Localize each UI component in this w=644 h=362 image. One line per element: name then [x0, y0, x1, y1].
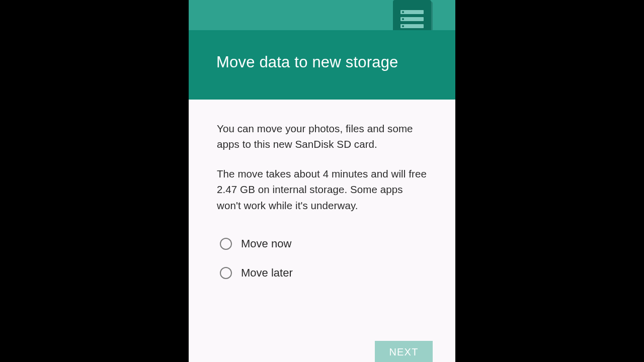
header-main: Move data to new storage — [189, 30, 455, 100]
content-area: You can move your photos, files and some… — [189, 100, 455, 362]
description-paragraph-2: The move takes about 4 minutes and will … — [217, 166, 427, 213]
radio-label: Move now — [241, 237, 291, 250]
radio-move-later[interactable]: Move later — [220, 266, 427, 280]
radio-circle-icon — [220, 267, 232, 279]
storage-bar-icon — [400, 24, 424, 28]
phone-screen: Move data to new storage You can move yo… — [189, 0, 455, 362]
radio-label: Move later — [241, 266, 293, 280]
next-button[interactable]: NEXT — [375, 341, 433, 362]
header-top-bar — [189, 0, 455, 30]
storage-bar-icon — [400, 10, 424, 14]
description-paragraph-1: You can move your photos, files and some… — [217, 121, 427, 152]
radio-move-now[interactable]: Move now — [220, 237, 427, 250]
storage-bar-icon — [400, 17, 424, 21]
radio-circle-icon — [220, 238, 232, 250]
page-title: Move data to new storage — [216, 53, 398, 71]
radio-options: Move now Move later — [217, 237, 427, 280]
